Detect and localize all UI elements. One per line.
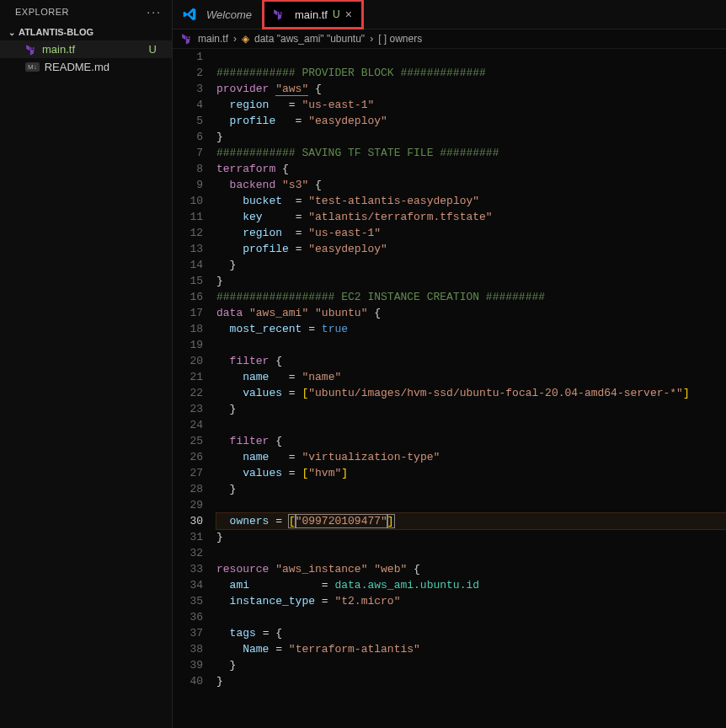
editor-area: Welcomemain.tfU× main.tf › ◈ data "aws_a… (173, 0, 726, 728)
tab-badge: U (333, 8, 340, 20)
code-line[interactable]: resource "aws_instance" "web" { (216, 561, 726, 577)
code-line[interactable]: data "aws_ami" "ubuntu" { (216, 305, 726, 321)
code-line[interactable]: profile = "easydeploy" (216, 241, 726, 257)
code-line[interactable]: owners = ["099720109477"] (216, 513, 726, 529)
terraform-icon (273, 8, 285, 20)
code-line[interactable]: ################## EC2 INSTANCE CREATION… (216, 289, 726, 305)
code-line[interactable]: values = ["ubuntu/images/hvm-ssd/ubuntu-… (216, 385, 726, 401)
editor-tab[interactable]: Welcome (173, 0, 263, 29)
breadcrumb[interactable]: main.tf › ◈ data "aws_ami" "ubuntu" › [ … (173, 29, 726, 49)
code-line[interactable]: filter { (216, 433, 726, 449)
code-line[interactable]: ami = data.aws_ami.ubuntu.id (216, 577, 726, 593)
file-item[interactable]: M↓README.md (0, 58, 172, 76)
file-badge: U (149, 43, 163, 56)
file-name: main.tf (42, 43, 75, 56)
tab-label: Welcome (206, 8, 252, 21)
code-line[interactable]: } (216, 673, 726, 689)
file-name: README.md (45, 61, 109, 73)
code-line[interactable]: } (216, 529, 726, 545)
code-line[interactable]: ############ PROVIDER BLOCK ############… (216, 65, 726, 81)
breadcrumb-file: main.tf (198, 33, 228, 45)
code-line[interactable]: } (216, 401, 726, 417)
close-icon[interactable]: × (345, 8, 352, 21)
code-line[interactable] (216, 609, 726, 625)
code-content[interactable]: ############ PROVIDER BLOCK ############… (216, 49, 726, 728)
sidebar-header: EXPLORER ··· (0, 0, 172, 24)
code-line[interactable] (216, 49, 726, 65)
code-line[interactable]: key = "atlantis/terraform.tfstate" (216, 209, 726, 225)
symbol-icon: ◈ (242, 33, 249, 45)
breadcrumb-symbol: data "aws_ami" "ubuntu" (254, 33, 365, 45)
code-line[interactable]: } (216, 129, 726, 145)
breadcrumb-sep: › (370, 33, 373, 45)
code-line[interactable]: filter { (216, 353, 726, 369)
breadcrumb-sep: › (233, 33, 237, 45)
code-line[interactable] (216, 417, 726, 433)
terraform-icon (25, 44, 37, 56)
editor-tabs: Welcomemain.tfU× (173, 0, 726, 29)
markdown-icon: M↓ (25, 62, 40, 72)
code-line[interactable]: values = ["hvm"] (216, 465, 726, 481)
code-line[interactable]: name = "virtualization-type" (216, 449, 726, 465)
code-line[interactable] (216, 497, 726, 513)
file-item[interactable]: main.tfU (0, 40, 172, 58)
code-line[interactable] (216, 337, 726, 353)
code-line[interactable]: bucket = "test-atlantis-easydeploy" (216, 193, 726, 209)
terraform-icon (181, 33, 193, 45)
code-line[interactable]: profile = "easydeploy" (216, 113, 726, 129)
code-line[interactable]: terraform { (216, 161, 726, 177)
code-line[interactable]: name = "name" (216, 369, 726, 385)
code-line[interactable]: provider "aws" { (216, 81, 726, 97)
code-line[interactable]: } (216, 273, 726, 289)
code-line[interactable]: instance_type = "t2.micro" (216, 593, 726, 609)
code-line[interactable]: } (216, 657, 726, 673)
code-line[interactable] (216, 545, 726, 561)
more-icon[interactable]: ··· (147, 5, 162, 19)
editor-tab[interactable]: main.tfU× (263, 0, 363, 29)
explorer-sidebar: EXPLORER ··· ⌄ ATLANTIS-BLOG main.tfUM↓R… (0, 0, 173, 728)
code-line[interactable]: backend "s3" { (216, 177, 726, 193)
code-line[interactable]: tags = { (216, 625, 726, 641)
code-line[interactable]: most_recent = true (216, 321, 726, 337)
code-editor[interactable]: 1234567891011121314151617181920212223242… (173, 49, 726, 728)
code-line[interactable]: Name = "terraform-atlantis" (216, 641, 726, 657)
code-line[interactable]: } (216, 257, 726, 273)
explorer-title: EXPLORER (15, 7, 69, 17)
code-line[interactable]: region = "us-east-1" (216, 97, 726, 113)
tab-label: main.tf (295, 8, 328, 21)
breadcrumb-sub: [ ] owners (378, 33, 422, 45)
vscode-icon (183, 8, 196, 21)
code-line[interactable]: ############ SAVING TF STATE FILE ######… (216, 145, 726, 161)
project-header[interactable]: ⌄ ATLANTIS-BLOG (0, 24, 172, 40)
line-numbers: 1234567891011121314151617181920212223242… (173, 49, 216, 728)
chevron-down-icon: ⌄ (8, 28, 15, 37)
file-list: main.tfUM↓README.md (0, 40, 172, 76)
code-line[interactable]: } (216, 481, 726, 497)
code-line[interactable]: region = "us-east-1" (216, 225, 726, 241)
project-name: ATLANTIS-BLOG (19, 27, 93, 37)
